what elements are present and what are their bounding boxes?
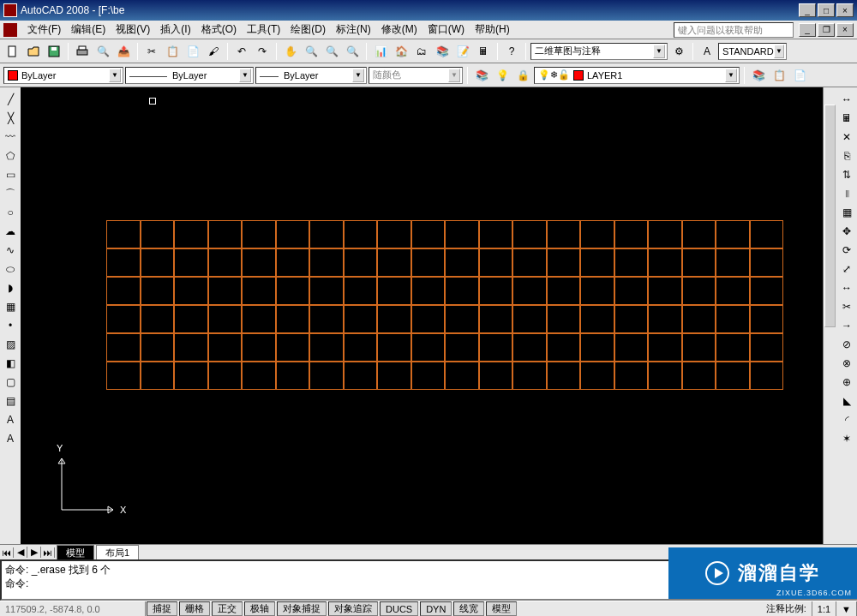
new-button[interactable] (3, 42, 22, 61)
tab-first-button[interactable]: ⏮ (0, 547, 14, 558)
menu-window[interactable]: 窗口(W) (423, 21, 470, 39)
calc-button[interactable]: 🖩 (474, 42, 493, 61)
matchprop-button[interactable]: 🖌 (204, 42, 223, 61)
toolpalette-button[interactable]: 🗂 (412, 42, 431, 61)
snap-toggle[interactable]: 捕捉 (147, 601, 177, 616)
layer-combo[interactable]: 💡❄🔓 LAYER1▼ (534, 67, 740, 84)
break-button[interactable]: ⊘ (838, 336, 855, 353)
dist-button[interactable]: ↔ (838, 91, 855, 108)
mtext-button[interactable]: A (2, 411, 19, 428)
sheetset-button[interactable]: 📚 (433, 42, 452, 61)
mdi-minimize-button[interactable]: _ (799, 23, 816, 37)
lwt-toggle[interactable]: 线宽 (453, 601, 484, 616)
join-button[interactable]: ⊕ (838, 374, 855, 391)
print-button[interactable] (73, 42, 92, 61)
text-button[interactable]: A (2, 430, 19, 447)
table-button[interactable]: ▤ (2, 392, 19, 410)
trim-button[interactable]: ✂ (838, 298, 855, 315)
tab-next-button[interactable]: ▶ (27, 547, 41, 558)
paste-button[interactable]: 📄 (183, 42, 202, 61)
move-button[interactable]: ✥ (838, 223, 855, 240)
offset-button[interactable]: ⫴ (838, 185, 855, 202)
layer-states-button[interactable]: 📋 (770, 66, 788, 85)
erase-button[interactable]: ✕ (838, 129, 855, 146)
grid-toggle[interactable]: 栅格 (179, 601, 210, 616)
chamfer-button[interactable]: ◣ (838, 392, 855, 410)
arc-button[interactable]: ⌒ (2, 185, 19, 202)
zoom-prev-button[interactable]: 🔍 (343, 42, 362, 61)
maximize-button[interactable]: □ (818, 3, 835, 17)
menu-dimension[interactable]: 标注(N) (331, 21, 376, 39)
dimstyle-button[interactable]: A (698, 42, 716, 61)
tab-model[interactable]: 模型 (57, 545, 94, 560)
polygon-button[interactable]: ⬠ (2, 147, 19, 164)
annoscale-dropdown-icon[interactable]: ▼ (836, 601, 857, 616)
xline-button[interactable]: ╳ (2, 110, 19, 127)
menu-edit[interactable]: 编辑(E) (66, 21, 111, 39)
cut-button[interactable]: ✂ (142, 42, 161, 61)
revcloud-button[interactable]: ☁ (2, 223, 19, 240)
osnap-toggle[interactable]: 对象捕捉 (277, 601, 327, 616)
markup-button[interactable]: 📝 (453, 42, 472, 61)
plotstyle-combo[interactable]: 随颜色▼ (369, 67, 463, 84)
menu-help[interactable]: 帮助(H) (470, 21, 515, 39)
menu-tools[interactable]: 工具(T) (242, 21, 285, 39)
menu-insert[interactable]: 插入(I) (155, 21, 195, 39)
tab-layout1[interactable]: 布局1 (96, 545, 139, 560)
quickcalc-button[interactable]: 🖩 (838, 110, 855, 127)
minimize-button[interactable]: _ (799, 3, 816, 17)
breakpt-button[interactable]: ⊗ (838, 355, 855, 372)
stretch-button[interactable]: ↔ (838, 279, 855, 296)
zoom-realtime-button[interactable]: 🔍 (302, 42, 321, 61)
block-button[interactable]: ▦ (2, 298, 19, 315)
properties-button[interactable]: 📊 (371, 42, 390, 61)
polar-toggle[interactable]: 极轴 (244, 601, 275, 616)
dcenter-button[interactable]: 🏠 (392, 42, 411, 61)
circle-button[interactable]: ○ (2, 204, 19, 221)
scale-button[interactable]: ⤢ (838, 260, 855, 278)
redo-button[interactable]: ↷ (253, 42, 272, 61)
zoom-window-button[interactable]: 🔍 (322, 42, 341, 61)
pan-button[interactable]: ✋ (281, 42, 300, 61)
tab-last-button[interactable]: ⏭ (41, 547, 55, 558)
region-button[interactable]: ▢ (2, 374, 19, 391)
menu-draw[interactable]: 绘图(D) (285, 21, 331, 39)
mirror-button[interactable]: ⇅ (838, 166, 855, 183)
layer-iso-button[interactable]: 📄 (790, 66, 809, 85)
help-search-input[interactable]: 键入问题以获取帮助 (674, 22, 794, 38)
textstyle-combo[interactable]: STANDARD▼ (718, 43, 787, 60)
extend-button[interactable]: → (838, 317, 855, 334)
workspace-combo[interactable]: 二维草图与注释▼ (530, 43, 668, 60)
menu-format[interactable]: 格式(O) (196, 21, 242, 39)
model-toggle[interactable]: 模型 (486, 601, 517, 616)
spline-button[interactable]: ∿ (2, 242, 19, 259)
mdi-restore-button[interactable]: ❐ (818, 23, 835, 37)
undo-button[interactable]: ↶ (232, 42, 251, 61)
linetype-combo[interactable]: ———— ByLayer▼ (125, 67, 254, 84)
help-button[interactable]: ? (502, 42, 521, 61)
ortho-toggle[interactable]: 正交 (212, 601, 243, 616)
menu-view[interactable]: 视图(V) (111, 21, 155, 39)
annoscale-value[interactable]: 1:1 (812, 601, 836, 616)
save-button[interactable] (45, 42, 63, 61)
coords-readout[interactable]: 117509.2, -5874.8, 0.0 (0, 601, 146, 616)
drawing-canvas[interactable]: X Y (21, 87, 836, 544)
rotate-button[interactable]: ⟳ (838, 242, 855, 259)
ellipsearc-button[interactable]: ◗ (2, 279, 19, 296)
otrack-toggle[interactable]: 对象追踪 (328, 601, 378, 616)
ducs-toggle[interactable]: DUCS (380, 601, 418, 616)
copy-button[interactable]: ⎘ (838, 147, 855, 164)
publish-button[interactable]: 📤 (114, 42, 133, 61)
dyn-toggle[interactable]: DYN (420, 601, 452, 616)
pline-button[interactable]: 〰 (2, 129, 19, 146)
canvas-vscroll[interactable] (823, 87, 836, 544)
gradient-button[interactable]: ◧ (2, 355, 19, 372)
tab-prev-button[interactable]: ◀ (14, 547, 27, 558)
preview-button[interactable]: 🔍 (93, 42, 112, 61)
lineweight-combo[interactable]: —— ByLayer▼ (255, 67, 367, 84)
layer-freeze-icon[interactable]: 💡 (493, 66, 512, 85)
fillet-button[interactable]: ◜ (838, 411, 855, 428)
close-button[interactable]: × (836, 3, 854, 17)
rect-button[interactable]: ▭ (2, 166, 19, 183)
mdi-close-button[interactable]: × (836, 23, 854, 37)
